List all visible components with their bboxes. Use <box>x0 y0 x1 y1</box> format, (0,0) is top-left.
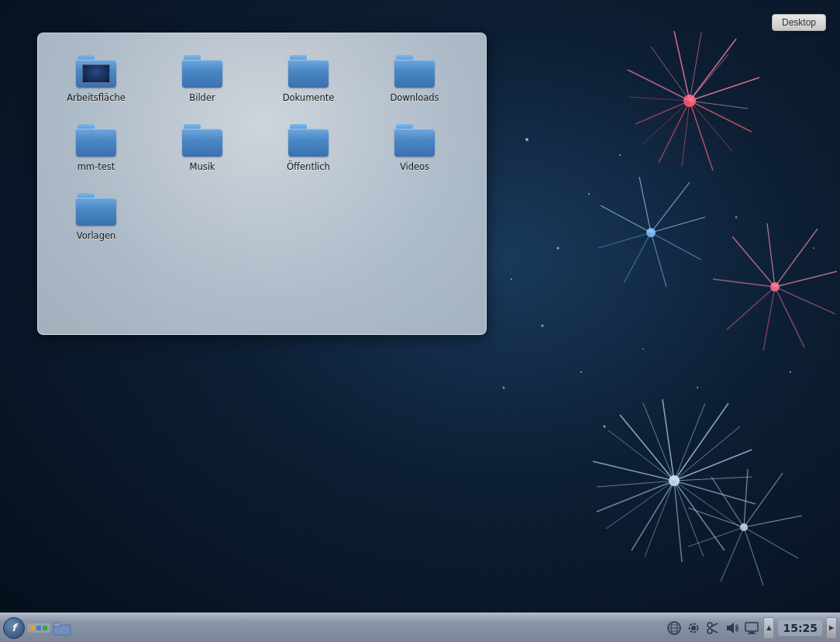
folder-item-mmtest[interactable]: mm-test <box>50 118 143 179</box>
folder-item-downloads[interactable]: Downloads <box>368 49 461 110</box>
folder-label: Dokumente <box>283 92 335 104</box>
taskbar-scroll-up[interactable]: ▲ <box>763 617 774 639</box>
taskbar-left: f <box>3 617 73 639</box>
folder-item-vorlagen[interactable]: Vorlagen <box>50 187 143 248</box>
taskbar-quicklaunch[interactable] <box>27 623 50 633</box>
folder-icon <box>394 55 435 88</box>
folder-label: mm-test <box>77 161 115 173</box>
folder-body <box>76 60 116 88</box>
folder-item-dokumente[interactable]: Dokumente <box>262 49 355 110</box>
file-window-content: Arbeitsfläche Bilder Dokumente Downloads <box>38 33 486 334</box>
folder-label: Musik <box>189 161 215 173</box>
folder-grid: Arbeitsfläche Bilder Dokumente Downloads <box>50 49 474 248</box>
svg-point-88 <box>691 626 696 630</box>
folder-label: Vorlagen <box>77 230 116 242</box>
folder-body <box>394 60 435 88</box>
taskbar-filemanager-button[interactable] <box>53 620 73 637</box>
taskbar-time-display: 15:25 <box>783 622 818 634</box>
folder-icon <box>76 55 116 88</box>
folder-label: Bilder <box>189 92 215 104</box>
desktop-button[interactable]: Desktop <box>772 14 826 31</box>
folder-icon <box>76 124 116 157</box>
folder-icon <box>76 193 116 226</box>
folder-icon <box>394 124 435 157</box>
folder-desktop-img <box>82 64 110 83</box>
folder-body <box>288 129 329 157</box>
folder-label: Videos <box>400 161 429 173</box>
taskbar-scroll-right[interactable]: ▶ <box>826 617 837 639</box>
taskbar-settings-icon[interactable] <box>686 620 701 636</box>
folder-body <box>394 129 435 157</box>
folder-item-bilder[interactable]: Bilder <box>156 49 249 110</box>
folder-item-arbeitsflche[interactable]: Arbeitsfläche <box>50 49 143 110</box>
folder-body <box>288 60 329 88</box>
quicklaunch-dot-1 <box>30 626 35 630</box>
folder-icon <box>288 124 329 157</box>
taskbar: f <box>0 613 840 642</box>
folder-body <box>182 129 222 157</box>
taskbar-volume-icon[interactable] <box>725 620 740 636</box>
folder-label: Downloads <box>390 92 439 104</box>
folder-item-musik[interactable]: Musik <box>156 118 249 179</box>
folder-icon <box>182 55 222 88</box>
fedora-icon: f <box>12 622 16 633</box>
file-manager-window: Arbeitsfläche Bilder Dokumente Downloads <box>37 33 487 335</box>
svg-rect-95 <box>745 623 758 631</box>
svg-rect-82 <box>53 623 60 626</box>
folder-icon <box>182 124 222 157</box>
folder-body <box>76 129 116 157</box>
folder-label: Öffentlich <box>287 161 330 173</box>
quicklaunch-dot-3 <box>43 626 47 630</box>
svg-marker-94 <box>727 623 734 633</box>
folder-item-videos[interactable]: Videos <box>368 118 461 179</box>
folder-body <box>76 198 116 226</box>
taskbar-globe-icon[interactable] <box>666 620 682 636</box>
desktop-button-label: Desktop <box>782 17 816 28</box>
taskbar-display-icon[interactable] <box>744 620 759 636</box>
taskbar-clock: 15:25 <box>778 620 822 636</box>
quicklaunch-dot-2 <box>36 626 41 630</box>
taskbar-right: ▲ 15:25 ▶ <box>666 617 837 639</box>
taskbar-menu-button[interactable]: f <box>3 617 25 639</box>
folder-body <box>182 60 222 88</box>
folder-icon <box>288 55 329 88</box>
folder-label: Arbeitsfläche <box>67 92 126 104</box>
taskbar-scissors-icon[interactable] <box>705 620 721 636</box>
folder-item-ffentlich[interactable]: Öffentlich <box>262 118 355 179</box>
